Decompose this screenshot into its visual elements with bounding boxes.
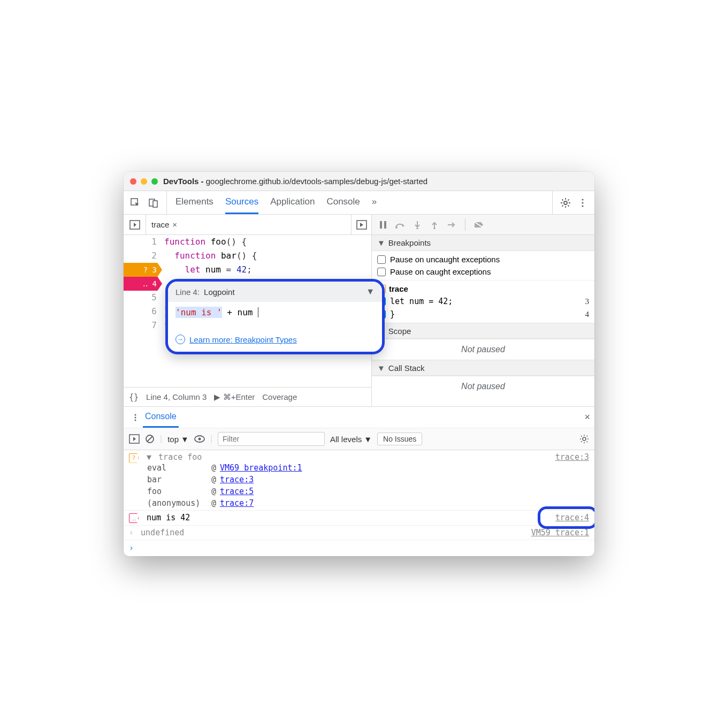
stack-frame-link[interactable]: VM69 breakpoint:1 xyxy=(220,463,555,473)
clear-console-icon[interactable] xyxy=(145,434,155,444)
step-over-icon[interactable] xyxy=(394,219,406,231)
breakpoint-item[interactable]: let num = 42; 3 xyxy=(377,295,589,308)
svg-point-11 xyxy=(395,226,398,229)
svg-line-20 xyxy=(147,436,152,442)
drawer-menu-icon[interactable] xyxy=(128,413,143,422)
code-editor[interactable]: 1function foo() {2 function bar() {? 3 l… xyxy=(124,235,372,406)
console-sidebar-toggle-icon[interactable] xyxy=(129,434,140,444)
chevron-down-icon[interactable]: ▼ xyxy=(366,287,375,297)
svg-point-22 xyxy=(198,438,201,441)
svg-point-23 xyxy=(583,437,586,441)
learn-more-link[interactable]: Learn more: Breakpoint Types xyxy=(189,335,297,344)
logpoint-expression-input[interactable]: 'num is ' + num xyxy=(175,307,258,318)
return-arrow-icon: ‹ xyxy=(129,528,134,537)
pause-icon[interactable] xyxy=(377,219,389,231)
step-out-icon[interactable] xyxy=(429,219,440,231)
window-controls xyxy=(130,178,158,185)
pretty-print-icon[interactable]: {} xyxy=(129,392,139,402)
breakpoint-item[interactable]: } 4 xyxy=(377,308,589,321)
svg-point-15 xyxy=(135,414,136,415)
svg-point-5 xyxy=(582,202,583,203)
title-prefix: DevTools - xyxy=(163,177,206,186)
svg-point-17 xyxy=(135,419,136,421)
code-line[interactable]: 2 function bar() { xyxy=(124,249,371,263)
device-toolbar-icon[interactable] xyxy=(146,195,161,210)
svg-rect-9 xyxy=(380,221,382,229)
deactivate-breakpoints-icon[interactable] xyxy=(473,219,485,231)
context-selector[interactable]: top▼ xyxy=(167,435,189,444)
logpoint-editor-popup: Line 4: Logpoint ▼ 'num is ' + num → Lea… xyxy=(165,279,385,354)
breakpoint-gutter-icon[interactable]: ‥ 4 xyxy=(124,277,162,291)
prompt-chevron-icon: › xyxy=(129,543,134,553)
breakpoints-section-header[interactable]: ▼ Breakpoints xyxy=(372,235,594,251)
console-prompt[interactable]: › xyxy=(124,540,594,556)
debugger-sidebar: ▼ Breakpoints Pause on uncaught exceptio… xyxy=(372,235,594,406)
svg-point-12 xyxy=(416,228,418,229)
breakpoint-group[interactable]: ◇ trace xyxy=(377,283,589,295)
run-hint: ▶ ⌘+Enter xyxy=(214,392,255,402)
checkbox-icon[interactable] xyxy=(377,255,386,264)
log-levels-selector[interactable]: All levels ▼ xyxy=(330,435,372,444)
callstack-not-paused: Not paused xyxy=(372,376,594,397)
live-expression-icon[interactable] xyxy=(194,435,205,443)
settings-icon[interactable] xyxy=(558,195,573,210)
sources-split: 1function foo() {2 function bar() {? 3 l… xyxy=(124,235,594,406)
stack-frame-link[interactable]: trace:3 xyxy=(220,475,555,484)
issues-button[interactable]: No Issues xyxy=(377,433,422,445)
chevron-down-icon: ▼ xyxy=(377,238,385,247)
tab-sources[interactable]: Sources xyxy=(225,191,258,214)
arrow-right-circle-icon: → xyxy=(175,335,185,344)
sources-subheader: trace × xyxy=(124,215,594,235)
stack-frame-link[interactable]: trace:5 xyxy=(220,487,555,496)
logpoint-badge-icon: ‥ xyxy=(129,513,139,523)
source-link[interactable]: trace:4 xyxy=(555,513,589,524)
tab-elements[interactable]: Elements xyxy=(175,191,213,214)
chevron-down-icon: ▼ xyxy=(181,435,189,444)
svg-rect-2 xyxy=(153,201,157,207)
breakpoint-type-select[interactable]: Logpoint xyxy=(204,287,235,297)
drawer-tab-console[interactable]: Console xyxy=(143,407,179,428)
step-into-icon[interactable] xyxy=(411,219,423,231)
tab-console[interactable]: Console xyxy=(326,191,360,214)
inspect-icon[interactable] xyxy=(128,195,143,210)
scope-section-header[interactable]: ▼ Scope xyxy=(372,323,594,339)
pause-uncaught-checkbox[interactable]: Pause on uncaught exceptions xyxy=(377,253,589,266)
navigator-toggle-icon[interactable] xyxy=(124,215,146,234)
window-title: DevTools - googlechrome.github.io/devtoo… xyxy=(163,177,427,186)
logpoint-line-label: Line 4: xyxy=(175,287,200,297)
titlebar: DevTools - googlechrome.github.io/devtoo… xyxy=(124,172,594,191)
stack-frame-fn: eval xyxy=(147,463,211,473)
coverage-label[interactable]: Coverage xyxy=(262,392,297,401)
step-icon[interactable] xyxy=(446,219,457,231)
console-settings-icon[interactable] xyxy=(579,434,589,444)
code-line[interactable]: ? 3 let num = 42; xyxy=(124,263,371,277)
source-link[interactable]: VM59 trace:1 xyxy=(531,528,589,537)
callstack-section-header[interactable]: ▼ Call Stack xyxy=(372,360,594,376)
minimize-window-button[interactable] xyxy=(141,178,147,185)
source-link[interactable]: trace:3 xyxy=(555,452,589,508)
console-filter-input[interactable] xyxy=(218,432,325,446)
close-window-button[interactable] xyxy=(130,178,136,185)
file-tab-close-icon[interactable]: × xyxy=(172,220,177,229)
kebab-menu-icon[interactable] xyxy=(575,195,590,210)
breakpoint-gutter-icon[interactable]: ? 3 xyxy=(124,263,162,277)
cursor-position: Line 4, Column 3 xyxy=(146,392,207,401)
main-toolbar: Elements Sources Application Console » xyxy=(124,191,594,215)
console-trace-entry[interactable]: ? ▼ trace foo eval@VM69 breakpoint:1bar@… xyxy=(124,450,594,511)
pause-caught-checkbox[interactable]: Pause on caught exceptions xyxy=(377,266,589,278)
stack-frame-link[interactable]: trace:7 xyxy=(220,498,555,508)
zoom-window-button[interactable] xyxy=(151,178,158,185)
disclosure-triangle-icon[interactable]: ▼ xyxy=(147,452,151,462)
separator xyxy=(465,219,465,231)
checkbox-icon[interactable] xyxy=(377,268,386,276)
code-line[interactable]: 1function foo() { xyxy=(124,235,371,249)
tab-overflow[interactable]: » xyxy=(372,191,377,214)
run-snippet-icon[interactable] xyxy=(351,215,371,234)
stack-frame-fn: foo xyxy=(147,487,211,496)
chevron-down-icon: ▼ xyxy=(364,435,372,444)
stack-frame-fn: (anonymous) xyxy=(147,498,211,508)
drawer-close-icon[interactable]: × xyxy=(584,412,590,423)
console-log-entry[interactable]: ‥ num is 42 trace:4 xyxy=(124,511,594,526)
tab-application[interactable]: Application xyxy=(270,191,315,214)
file-tab-trace[interactable]: trace × xyxy=(146,215,182,234)
